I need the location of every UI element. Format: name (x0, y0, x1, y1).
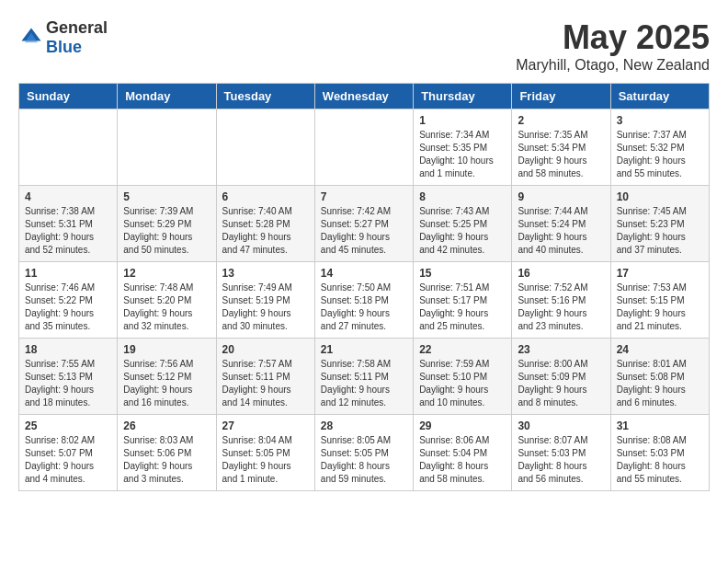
calendar-cell: 16Sunrise: 7:52 AM Sunset: 5:16 PM Dayli… (512, 262, 610, 339)
day-number: 21 (321, 343, 407, 356)
calendar-cell: 13Sunrise: 7:49 AM Sunset: 5:19 PM Dayli… (216, 262, 314, 339)
calendar-cell: 6Sunrise: 7:40 AM Sunset: 5:28 PM Daylig… (216, 186, 314, 262)
day-number: 24 (617, 343, 703, 356)
calendar-week-1: 1Sunrise: 7:34 AM Sunset: 5:35 PM Daylig… (19, 109, 710, 186)
day-number: 12 (123, 267, 210, 280)
calendar-header-monday: Monday (118, 84, 216, 109)
calendar-cell (19, 109, 118, 186)
calendar-cell: 9Sunrise: 7:44 AM Sunset: 5:24 PM Daylig… (512, 186, 610, 262)
day-info: Sunrise: 7:39 AM Sunset: 5:29 PM Dayligh… (123, 205, 210, 257)
day-info: Sunrise: 7:53 AM Sunset: 5:15 PM Dayligh… (617, 282, 703, 333)
calendar-cell: 29Sunrise: 8:06 AM Sunset: 5:04 PM Dayli… (414, 415, 512, 491)
calendar-header-thursday: Thursday (414, 84, 512, 109)
day-number: 5 (123, 190, 210, 203)
calendar-cell: 28Sunrise: 8:05 AM Sunset: 5:05 PM Dayli… (314, 415, 413, 491)
calendar-cell: 5Sunrise: 7:39 AM Sunset: 5:29 PM Daylig… (118, 186, 216, 262)
day-number: 1 (419, 114, 506, 127)
day-number: 23 (518, 343, 604, 356)
calendar-cell: 22Sunrise: 7:59 AM Sunset: 5:10 PM Dayli… (414, 339, 512, 415)
day-info: Sunrise: 8:02 AM Sunset: 5:07 PM Dayligh… (25, 434, 111, 486)
calendar-cell: 23Sunrise: 8:00 AM Sunset: 5:09 PM Dayli… (512, 339, 610, 415)
day-number: 3 (617, 114, 703, 127)
day-number: 26 (123, 419, 210, 432)
calendar-cell: 19Sunrise: 7:56 AM Sunset: 5:12 PM Dayli… (118, 339, 216, 415)
day-number: 15 (419, 267, 506, 280)
calendar-cell: 8Sunrise: 7:43 AM Sunset: 5:25 PM Daylig… (414, 186, 512, 262)
logo-general: General (46, 18, 108, 37)
day-info: Sunrise: 7:46 AM Sunset: 5:22 PM Dayligh… (25, 282, 111, 333)
calendar-cell: 25Sunrise: 8:02 AM Sunset: 5:07 PM Dayli… (19, 415, 118, 491)
day-info: Sunrise: 8:08 AM Sunset: 5:03 PM Dayligh… (617, 434, 703, 486)
day-number: 10 (617, 190, 703, 203)
day-info: Sunrise: 7:48 AM Sunset: 5:20 PM Dayligh… (123, 282, 210, 333)
calendar-cell: 7Sunrise: 7:42 AM Sunset: 5:27 PM Daylig… (314, 186, 413, 262)
day-info: Sunrise: 7:52 AM Sunset: 5:16 PM Dayligh… (518, 282, 604, 333)
day-number: 13 (222, 267, 309, 280)
day-info: Sunrise: 7:44 AM Sunset: 5:24 PM Dayligh… (518, 205, 604, 257)
day-number: 11 (25, 267, 111, 280)
day-info: Sunrise: 7:58 AM Sunset: 5:11 PM Dayligh… (321, 358, 407, 409)
calendar-cell: 31Sunrise: 8:08 AM Sunset: 5:03 PM Dayli… (610, 415, 709, 491)
calendar-cell: 27Sunrise: 8:04 AM Sunset: 5:05 PM Dayli… (216, 415, 314, 491)
calendar-cell: 18Sunrise: 7:55 AM Sunset: 5:13 PM Dayli… (19, 339, 118, 415)
day-number: 6 (222, 190, 309, 203)
day-info: Sunrise: 7:45 AM Sunset: 5:23 PM Dayligh… (617, 205, 703, 257)
day-info: Sunrise: 7:55 AM Sunset: 5:13 PM Dayligh… (25, 358, 111, 409)
day-info: Sunrise: 7:42 AM Sunset: 5:27 PM Dayligh… (321, 205, 407, 257)
calendar-cell: 12Sunrise: 7:48 AM Sunset: 5:20 PM Dayli… (118, 262, 216, 339)
calendar-cell: 17Sunrise: 7:53 AM Sunset: 5:15 PM Dayli… (610, 262, 709, 339)
day-info: Sunrise: 8:05 AM Sunset: 5:05 PM Dayligh… (321, 434, 407, 486)
day-number: 8 (419, 190, 506, 203)
day-number: 4 (25, 190, 111, 203)
day-number: 25 (25, 419, 111, 432)
day-info: Sunrise: 7:56 AM Sunset: 5:12 PM Dayligh… (123, 358, 210, 409)
day-number: 14 (321, 267, 407, 280)
day-number: 28 (321, 419, 407, 432)
day-number: 17 (617, 267, 703, 280)
day-info: Sunrise: 7:37 AM Sunset: 5:32 PM Dayligh… (617, 129, 703, 180)
day-info: Sunrise: 7:51 AM Sunset: 5:17 PM Dayligh… (419, 282, 506, 333)
logo: General Blue (18, 18, 108, 57)
calendar-week-5: 25Sunrise: 8:02 AM Sunset: 5:07 PM Dayli… (19, 415, 710, 491)
calendar-cell (314, 109, 413, 186)
day-info: Sunrise: 8:00 AM Sunset: 5:09 PM Dayligh… (518, 358, 604, 409)
page-header: General Blue May 2025 Maryhill, Otago, N… (18, 18, 710, 74)
day-number: 16 (518, 267, 604, 280)
calendar-cell: 4Sunrise: 7:38 AM Sunset: 5:31 PM Daylig… (19, 186, 118, 262)
day-info: Sunrise: 7:35 AM Sunset: 5:34 PM Dayligh… (518, 129, 604, 180)
calendar-cell: 30Sunrise: 8:07 AM Sunset: 5:03 PM Dayli… (512, 415, 610, 491)
day-number: 2 (518, 114, 604, 127)
day-info: Sunrise: 8:04 AM Sunset: 5:05 PM Dayligh… (222, 434, 309, 486)
calendar-cell: 24Sunrise: 8:01 AM Sunset: 5:08 PM Dayli… (610, 339, 709, 415)
logo-icon (18, 25, 44, 51)
calendar-body: 1Sunrise: 7:34 AM Sunset: 5:35 PM Daylig… (19, 109, 710, 491)
calendar-cell: 15Sunrise: 7:51 AM Sunset: 5:17 PM Dayli… (414, 262, 512, 339)
day-info: Sunrise: 8:01 AM Sunset: 5:08 PM Dayligh… (617, 358, 703, 409)
calendar-header-row: SundayMondayTuesdayWednesdayThursdayFrid… (19, 84, 710, 109)
day-info: Sunrise: 7:59 AM Sunset: 5:10 PM Dayligh… (419, 358, 506, 409)
day-number: 18 (25, 343, 111, 356)
day-number: 31 (617, 419, 703, 432)
day-info: Sunrise: 7:40 AM Sunset: 5:28 PM Dayligh… (222, 205, 309, 257)
calendar-cell: 20Sunrise: 7:57 AM Sunset: 5:11 PM Dayli… (216, 339, 314, 415)
calendar-week-2: 4Sunrise: 7:38 AM Sunset: 5:31 PM Daylig… (19, 186, 710, 262)
day-info: Sunrise: 8:03 AM Sunset: 5:06 PM Dayligh… (123, 434, 210, 486)
calendar-cell: 14Sunrise: 7:50 AM Sunset: 5:18 PM Dayli… (314, 262, 413, 339)
calendar-header-tuesday: Tuesday (216, 84, 314, 109)
day-info: Sunrise: 7:49 AM Sunset: 5:19 PM Dayligh… (222, 282, 309, 333)
calendar-header-wednesday: Wednesday (314, 84, 413, 109)
day-info: Sunrise: 7:57 AM Sunset: 5:11 PM Dayligh… (222, 358, 309, 409)
day-number: 7 (321, 190, 407, 203)
calendar-cell: 3Sunrise: 7:37 AM Sunset: 5:32 PM Daylig… (610, 109, 709, 186)
calendar-week-3: 11Sunrise: 7:46 AM Sunset: 5:22 PM Dayli… (19, 262, 710, 339)
calendar-cell: 21Sunrise: 7:58 AM Sunset: 5:11 PM Dayli… (314, 339, 413, 415)
calendar-header-sunday: Sunday (19, 84, 118, 109)
calendar-cell: 10Sunrise: 7:45 AM Sunset: 5:23 PM Dayli… (610, 186, 709, 262)
calendar-cell: 11Sunrise: 7:46 AM Sunset: 5:22 PM Dayli… (19, 262, 118, 339)
day-info: Sunrise: 8:07 AM Sunset: 5:03 PM Dayligh… (518, 434, 604, 486)
calendar-week-4: 18Sunrise: 7:55 AM Sunset: 5:13 PM Dayli… (19, 339, 710, 415)
day-info: Sunrise: 7:43 AM Sunset: 5:25 PM Dayligh… (419, 205, 506, 257)
day-number: 30 (518, 419, 604, 432)
calendar-cell: 26Sunrise: 8:03 AM Sunset: 5:06 PM Dayli… (118, 415, 216, 491)
day-number: 27 (222, 419, 309, 432)
